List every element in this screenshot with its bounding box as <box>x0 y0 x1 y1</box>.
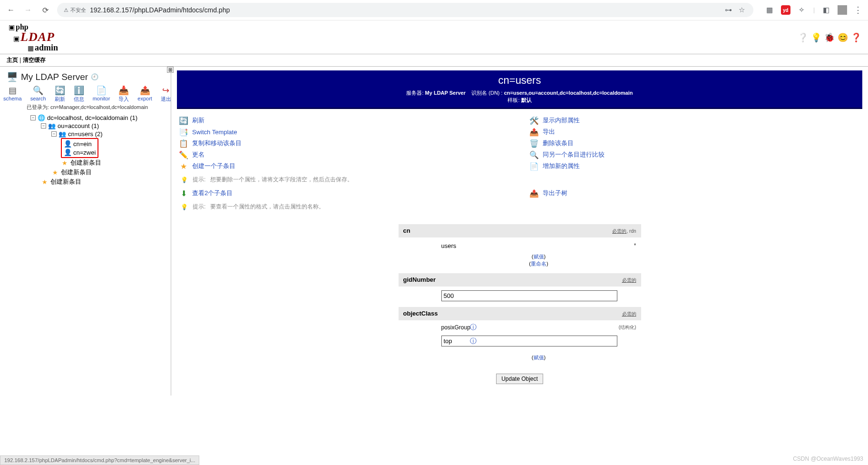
oc-assign-link[interactable]: 赋值 <box>534 355 544 360</box>
tree-cn-users-label: cn=users (2) <box>68 130 103 138</box>
trash-icon: 🗑️ <box>529 139 539 148</box>
hint-delete-attr: 💡 提示: 想要删除一个属性，请将文本字段清空，然后点击保存。 <box>179 173 860 187</box>
person-icon: 👤 <box>64 148 71 156</box>
collapse-icon[interactable]: − <box>51 131 57 137</box>
url-text: 192.168.2.157/phpLDAPadmin/htdocs/cmd.ph… <box>90 6 720 14</box>
attr-name-gidnumber[interactable]: gidNumber <box>403 276 436 283</box>
browser-right: ▩ yd ✧ | ◧ ⋮ <box>760 5 862 15</box>
oc-value-posixgroup: posixGroup <box>441 324 470 331</box>
extensions-puzzle-icon[interactable]: ✧ <box>797 5 807 15</box>
entry-header: cn=users 服务器: My LDAP Server 识别名 (DN) : … <box>177 70 862 109</box>
export-icon: 📤 <box>140 85 150 96</box>
oc-input-top[interactable] <box>441 336 617 346</box>
tree-cn-ein[interactable]: 👤 cn=ein <box>64 139 96 148</box>
question-circle-icon[interactable]: ❓ <box>851 32 861 43</box>
tree-cn-users[interactable]: − 👥 cn=users (2) <box>51 130 169 138</box>
help-icon[interactable]: ❔ <box>798 32 808 43</box>
tree-create-label: 创建新条目 <box>70 158 101 167</box>
tool-refresh[interactable]: 🔄刷新 <box>55 85 65 103</box>
action-create-child[interactable]: ★创建一个子条目 <box>179 161 510 171</box>
action-show-internal[interactable]: 🛠️显示内部属性 <box>529 116 861 125</box>
clock-icon: 🕘 <box>91 73 98 80</box>
rdn-link[interactable]: rdn <box>629 228 636 234</box>
smiley-icon[interactable]: 😊 <box>838 32 848 43</box>
info-icon[interactable]: ⓘ <box>470 323 477 332</box>
tool-search[interactable]: 🔍search <box>30 85 46 103</box>
tools-icon: 🛠️ <box>529 116 539 125</box>
star-icon: ★ <box>41 178 49 186</box>
tree-ou-label: ou=account (1) <box>58 122 99 129</box>
phpldapadmin-logo: ▣php ▣LDAP ▦admin <box>9 23 58 52</box>
add-attr-icon: 📄 <box>529 161 539 171</box>
action-rename[interactable]: ✏️更名 <box>179 150 510 159</box>
action-compare[interactable]: 🔍同另一个条目进行比较 <box>529 150 861 159</box>
attr-header-objectclass: objectClass 必需的 <box>399 307 641 320</box>
action-delete[interactable]: 🗑️删除该条目 <box>529 139 861 148</box>
forward-button[interactable]: → <box>23 5 33 15</box>
action-grid: 🔄刷新 🛠️显示内部属性 📑Switch Template 📤导出 📋复制和移动… <box>177 109 862 218</box>
ldap-tree: − 🌐 dc=localhost, dc=localdomain (1) − 👥… <box>6 114 169 187</box>
profile-icon[interactable] <box>838 5 847 15</box>
star-icon[interactable]: ☆ <box>737 5 747 15</box>
yd-extension-icon[interactable]: yd <box>781 5 790 15</box>
column-grip-icon[interactable]: ⊞ <box>167 67 174 73</box>
tree-create-entry-2[interactable]: ★ 创建新条目 <box>41 177 169 187</box>
url-bar[interactable]: ⚠ 不安全 192.168.2.157/phpLDAPadmin/htdocs/… <box>57 3 753 17</box>
extension-icon-1[interactable]: ▩ <box>765 5 774 15</box>
attr-meta-gidnumber: 必需的 <box>622 277 636 284</box>
cn-rename-link[interactable]: 重命名 <box>531 261 546 267</box>
cn-assign-link[interactable]: 赋值 <box>534 254 544 259</box>
tree-create-entry-4[interactable]: ★ 创建新条目 <box>61 158 169 168</box>
action-add-attr[interactable]: 📄增加新的属性 <box>529 161 861 171</box>
oc-meta-structural: (结构化) <box>619 324 636 331</box>
key-icon[interactable]: ⊶ <box>724 5 733 15</box>
action-export-subtree[interactable]: 📤导出子树 <box>529 188 861 198</box>
action-refresh[interactable]: 🔄刷新 <box>179 116 510 125</box>
info-icon[interactable]: ⓘ <box>470 337 477 346</box>
attr-name-objectclass[interactable]: objectClass <box>403 310 438 317</box>
tool-export[interactable]: 📤export <box>137 85 152 103</box>
star-icon: ★ <box>51 169 59 176</box>
ou-icon: 👥 <box>59 130 66 138</box>
collapse-icon[interactable]: − <box>41 123 46 129</box>
tool-row: ▤schema 🔍search 🔄刷新 ℹ️信息 📄monitor 📥导入 📤e… <box>6 85 169 103</box>
bug-icon[interactable]: 🐞 <box>824 32 835 43</box>
tool-schema[interactable]: ▤schema <box>3 85 22 103</box>
tool-info[interactable]: ℹ️信息 <box>74 85 84 103</box>
nav-home[interactable]: 主页 <box>7 57 18 63</box>
tool-monitor[interactable]: 📄monitor <box>93 85 110 103</box>
chrome-menu-icon[interactable]: ⋮ <box>854 5 862 15</box>
globe-icon: 🌐 <box>38 114 45 121</box>
collapse-icon[interactable]: − <box>30 115 36 120</box>
login-line: 已登录为: cn=Manager,dc=localhost,dc=localdo… <box>6 104 169 111</box>
attr-meta-cn: 必需的, rdn <box>612 228 636 235</box>
tree-cn-zwei[interactable]: 👤 cn=zwei <box>64 148 96 157</box>
tree-ou-account[interactable]: − 👥 ou=account (1) <box>41 122 169 130</box>
hint-text: 想要删除一个属性，请将文本字段清空，然后点击保存。 <box>210 176 353 184</box>
oc-row-posixgroup: ⓘ posixGroup (结构化) <box>441 324 636 331</box>
server-name-label: My LDAP Server <box>21 72 88 82</box>
reload-button[interactable]: ⟳ <box>40 5 50 15</box>
nav-purge[interactable]: 清空缓存 <box>23 57 46 63</box>
attr-name-cn[interactable]: cn <box>403 227 410 234</box>
refresh-icon: 🔄 <box>179 116 188 125</box>
bulb-icon[interactable]: 💡 <box>811 32 821 43</box>
tree-root-label: dc=localhost, dc=localdomain (1) <box>47 114 137 121</box>
logo-row: ▣php ▣LDAP ▦admin ❔ 💡 🐞 😊 ❓ <box>0 20 868 54</box>
tool-import[interactable]: 📥导入 <box>118 85 129 103</box>
tree-root[interactable]: − 🌐 dc=localhost, dc=localdomain (1) <box>30 114 169 122</box>
action-export[interactable]: 📤导出 <box>529 127 861 137</box>
gidnumber-input[interactable] <box>441 290 617 301</box>
tree-create-entry-3[interactable]: ★ 创建新条目 <box>51 168 169 177</box>
entry-dn[interactable]: cn=users,ou=account,dc=localhost,dc=loca… <box>504 90 633 96</box>
action-copy-move[interactable]: 📋复制和移动该条目 <box>179 139 510 148</box>
action-switch-template[interactable]: 📑Switch Template <box>179 127 510 137</box>
back-button[interactable]: ← <box>6 5 16 15</box>
highlighted-children: 👤 cn=ein 👤 cn=zwei <box>61 138 98 158</box>
down-arrow-icon: ⬇ <box>179 188 188 198</box>
login-prefix: 已登录为: <box>27 104 49 110</box>
update-object-button[interactable]: Update Object <box>496 374 543 384</box>
action-view-children[interactable]: ⬇查看2个子条目 <box>179 188 510 198</box>
tool-logout[interactable]: ↪退出 <box>161 85 171 103</box>
sidepanel-icon[interactable]: ◧ <box>821 5 831 15</box>
